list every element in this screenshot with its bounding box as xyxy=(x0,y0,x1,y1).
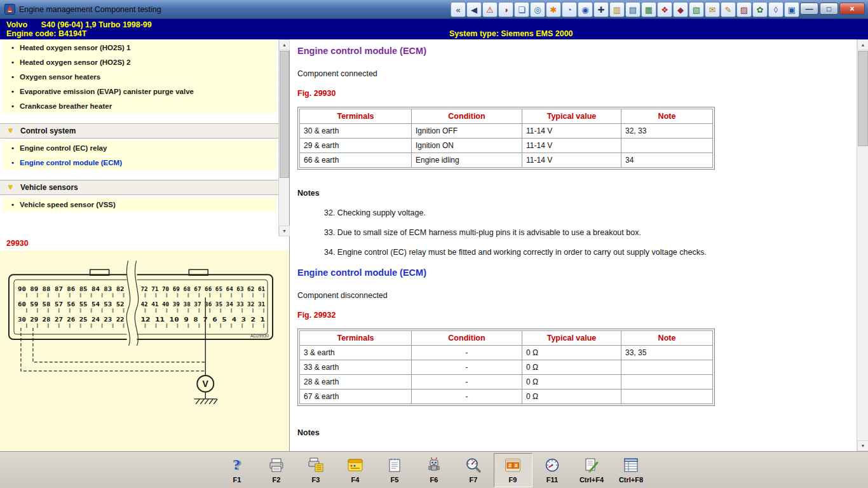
cell: - xyxy=(412,346,522,360)
sidebar-item-ec-relay[interactable]: Engine control (EC) relay xyxy=(3,141,276,155)
cell: 3 & earth xyxy=(300,346,412,360)
globe-icon[interactable]: ◉ xyxy=(578,2,593,17)
sidebar-section-control-system[interactable]: Control system xyxy=(0,123,278,139)
robot-icon xyxy=(426,457,442,475)
scroll-down-icon[interactable]: ▼ xyxy=(857,440,868,451)
cell: 66 & earth xyxy=(300,153,412,168)
app-icon xyxy=(4,4,15,15)
f6-component-button[interactable]: F6 xyxy=(415,453,454,487)
f5-notepad-button[interactable]: F5 xyxy=(376,453,414,487)
fkey-label: F5 xyxy=(391,476,399,484)
sidebar-item-ecm[interactable]: Engine control module (ECM) xyxy=(3,156,276,170)
nav-first-icon[interactable]: « xyxy=(451,2,466,17)
cell: 28 & earth xyxy=(300,375,412,390)
ctrl-f4-edit-button[interactable]: Ctrl+F4 xyxy=(573,453,611,487)
cell: 0 Ω xyxy=(522,346,621,360)
ctrl-f8-table-button[interactable]: Ctrl+F8 xyxy=(612,453,651,487)
f7-gauge-button[interactable]: F7 xyxy=(454,453,493,487)
notes-icon[interactable]: ▧ xyxy=(689,2,704,17)
cell: - xyxy=(412,375,522,390)
table-row: 30 & earth Ignition OFF 11-14 V 32, 33 xyxy=(300,124,713,139)
section-collapse-icon xyxy=(7,183,14,191)
f2-print-button[interactable]: F2 xyxy=(257,453,296,487)
cell: 32, 33 xyxy=(621,124,713,139)
minimize-button[interactable]: — xyxy=(800,3,818,15)
content-scrollbar[interactable]: ▲ ▼ xyxy=(857,39,868,451)
titlebar-toolbar: « ◀ ⚠ ◑ ❏ ◎ ✱ ◔ ◉ ✚ ▥ ▤ ▦ ❖ ◆ ▧ ✉ ✎ ▨ ✿ … xyxy=(451,2,799,17)
report-icon[interactable]: ▦ xyxy=(641,2,656,17)
components-icon[interactable]: ❖ xyxy=(657,2,672,17)
stats-icon[interactable]: ▨ xyxy=(736,2,752,17)
help-icon: ? ? xyxy=(229,457,245,475)
main-area: Heated oxygen sensor (HO2S) 1 Heated oxy… xyxy=(0,39,868,451)
f4-window-button[interactable]: F4 xyxy=(336,453,375,487)
sidebar-section-vehicle-sensors[interactable]: Vehicle sensors xyxy=(0,180,278,195)
spec-table-connected: Terminals Condition Typical value Note 3… xyxy=(297,107,715,170)
note: 32. Checking supply voltage. xyxy=(324,208,844,217)
section-heading: Engine control module (ECM) xyxy=(297,46,844,56)
notes-title: Notes xyxy=(297,189,844,198)
f3-print-options-button[interactable]: F3 xyxy=(297,453,336,487)
sidebar-item-evap-purge-valve[interactable]: Evaporative emission (EVAP) canister pur… xyxy=(3,85,276,98)
alerts-icon[interactable]: ◆ xyxy=(673,2,688,17)
cell: Ignition ON xyxy=(412,139,522,153)
section-title: Vehicle sensors xyxy=(20,183,78,192)
section-subtitle: Component connected xyxy=(297,69,844,78)
sidebar-item-ho2s-1[interactable]: Heated oxygen sensor (HO2S) 1 xyxy=(3,41,276,55)
sidebar-item-oxygen-sensor-heaters[interactable]: Oxygen sensor heaters xyxy=(3,70,276,84)
chart-icon[interactable]: ▥ xyxy=(609,2,625,17)
history-icon[interactable]: ◔ xyxy=(562,2,577,17)
svg-text:V: V xyxy=(203,379,209,389)
restore-button[interactable]: □ xyxy=(820,3,838,15)
search-icon[interactable]: ◊ xyxy=(768,2,783,17)
col-note: Note xyxy=(621,331,713,346)
sidebar-item-ho2s-2[interactable]: Heated oxygen sensor (HO2S) 2 xyxy=(3,55,276,69)
tools-icon[interactable]: ✚ xyxy=(593,2,609,17)
scroll-thumb[interactable] xyxy=(280,51,289,178)
window-controls: — □ × xyxy=(800,3,865,15)
figure-reference: Fig. 29932 xyxy=(297,311,844,320)
scroll-thumb[interactable] xyxy=(858,51,868,146)
cell xyxy=(621,390,713,404)
titlebar: Engine management Component testing « ◀ … xyxy=(0,0,868,19)
network-icon[interactable]: ◎ xyxy=(530,2,545,17)
f1-help-button[interactable]: ? ? F1 xyxy=(218,453,257,487)
table-row: 66 & earth Engine idling 11-14 V 34 xyxy=(300,153,713,168)
close-button[interactable]: × xyxy=(839,3,865,15)
svg-text:12 11 10 9 8 7 6 5 4 3 2 1: 12 11 10 9 8 7 6 5 4 3 2 1 xyxy=(141,316,266,323)
mail-icon[interactable]: ✉ xyxy=(705,2,720,17)
monitors-icon[interactable]: ❏ xyxy=(514,2,529,17)
cell: - xyxy=(412,390,522,404)
fkey-label: Ctrl+F4 xyxy=(580,476,604,484)
scroll-down-icon[interactable]: ▼ xyxy=(279,226,290,236)
section-heading: Engine control module (ECM) xyxy=(297,268,844,278)
settings-icon[interactable]: ✱ xyxy=(546,2,561,17)
warning-icon[interactable]: ⚠ xyxy=(482,2,498,17)
f9-component-test-button[interactable]: 2 3 F9 xyxy=(494,453,532,487)
eco-icon[interactable]: ✿ xyxy=(752,2,768,17)
table-row: 29 & earth Ignition ON 11-14 V xyxy=(300,139,713,153)
edit-icon[interactable]: ✎ xyxy=(721,2,736,17)
sidebar-item-crankcase-breather-heater[interactable]: Crankcase breather heater xyxy=(3,99,276,113)
f11-dial-button[interactable]: F11 xyxy=(533,453,572,487)
wiring-diagram-panel: 90 89 88 87 86 85 84 83 82 72 71 70 69 6… xyxy=(0,250,289,451)
cell: 33 & earth xyxy=(300,360,412,375)
save-icon[interactable]: ▤ xyxy=(625,2,641,17)
vehicle-model: S40 (96-04) 1,9 Turbo 1998-99 xyxy=(41,20,152,29)
print-icon xyxy=(268,457,285,475)
ecm-connector-diagram: 90 89 88 87 86 85 84 83 82 72 71 70 69 6… xyxy=(0,250,289,451)
scroll-up-icon[interactable]: ▲ xyxy=(279,39,290,50)
function-key-bar: ? ? F1 F2 xyxy=(0,451,868,488)
cell: 11-14 V xyxy=(522,153,621,168)
sidebar-item-vss[interactable]: Vehicle speed sensor (VSS) xyxy=(3,198,276,212)
table-row: 28 & earth - 0 Ω xyxy=(300,375,713,390)
scroll-up-icon[interactable]: ▲ xyxy=(857,39,868,50)
svg-text:?: ? xyxy=(233,457,240,473)
sidebar-scrollbar[interactable]: ▲ ▼ xyxy=(278,39,289,236)
system-type: System type: Siemens EMS 2000 xyxy=(449,29,573,38)
nav-back-icon[interactable]: ◀ xyxy=(466,2,482,17)
contrast-icon[interactable]: ◑ xyxy=(498,2,513,17)
engine-code: Engine code: B4194T xyxy=(6,29,86,38)
window-icon[interactable]: ▣ xyxy=(784,2,799,17)
window-title: Engine management Component testing xyxy=(19,5,161,14)
